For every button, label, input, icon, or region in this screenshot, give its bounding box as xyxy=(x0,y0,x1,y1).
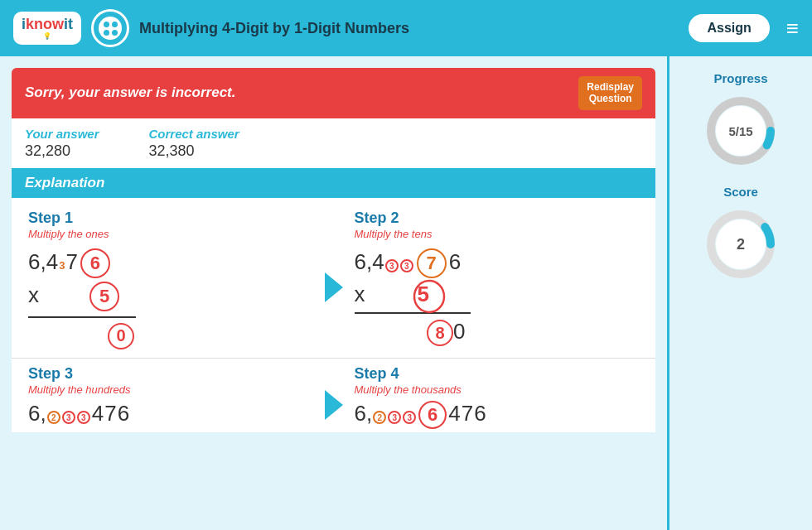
film-icon xyxy=(91,9,129,47)
your-answer-value: 32,280 xyxy=(25,142,99,160)
content-area: Sorry, your answer is incorrect. Redispl… xyxy=(0,56,667,530)
step-1-title: Step 1 xyxy=(28,210,313,227)
step1-circled-5: 5 xyxy=(89,282,119,311)
logo-text: iknowit xyxy=(22,16,73,32)
score-donut: 2 xyxy=(703,207,778,282)
step-4-block: Step 4 Multiply the thousands 6, 2 3 3 6… xyxy=(346,365,648,429)
step1-circled-0: 0 xyxy=(108,323,134,349)
arrow-1 xyxy=(321,210,346,349)
step-1-subtitle: Multiply the ones xyxy=(28,228,313,240)
correct-answer-label: Correct answer xyxy=(148,127,239,141)
step2-circled-8: 8 xyxy=(427,320,453,346)
step-3-subtitle: Multiply the hundreds xyxy=(28,383,313,396)
incorrect-banner: Sorry, your answer is incorrect. Redispl… xyxy=(12,68,655,118)
arrow-2 xyxy=(321,365,346,429)
header: iknowit 💡 Multiplying 4-Digit by 1-Digit… xyxy=(0,0,812,56)
assign-button[interactable]: Assign xyxy=(689,14,769,42)
main-layout: Sorry, your answer is incorrect. Redispl… xyxy=(0,56,812,530)
step-2-block: Step 2 Multiply the tens 6,4 3 3 7 6 x xyxy=(346,210,648,349)
progress-value: 5/15 xyxy=(728,124,752,138)
steps-grid: Step 1 Multiply the ones 6,4 3 7 6 x 5 xyxy=(12,198,655,358)
explanation-header: Explanation xyxy=(12,168,655,198)
step-2-title: Step 2 xyxy=(355,210,640,227)
lesson-title: Multiplying 4-Digit by 1-Digit Numbers xyxy=(139,20,679,37)
step2-circled-7: 7 xyxy=(417,248,447,278)
redisplay-button[interactable]: RedisplayQuestion xyxy=(578,76,642,110)
step-2-subtitle: Multiply the tens xyxy=(355,228,640,240)
progress-label: Progress xyxy=(713,71,767,85)
your-answer-label: Your answer xyxy=(25,127,99,141)
logo: iknowit 💡 xyxy=(13,12,81,45)
correct-answer-value: 32,380 xyxy=(148,142,239,160)
step-2-math: 6,4 3 3 7 6 x 5 xyxy=(355,248,640,347)
score-value: 2 xyxy=(737,236,745,253)
steps-lower: Step 3 Multiply the hundreds 6, 2 3 3 4 … xyxy=(12,358,655,432)
incorrect-text: Sorry, your answer is incorrect. xyxy=(25,84,235,101)
progress-section: Progress 5/15 xyxy=(703,71,778,168)
svg-point-0 xyxy=(414,281,444,312)
score-section: Score 2 xyxy=(703,185,778,282)
step-1-math: 6,4 3 7 6 x 5 0 xyxy=(28,248,313,349)
correct-answer-col: Correct answer 32,380 xyxy=(148,127,239,160)
menu-icon[interactable]: ≡ xyxy=(786,16,799,41)
curvy-circle-svg xyxy=(411,278,447,315)
answer-row: Your answer 32,280 Correct answer 32,380 xyxy=(12,118,655,168)
step-1-block: Step 1 Multiply the ones 6,4 3 7 6 x 5 xyxy=(20,210,321,349)
step1-circled-6: 6 xyxy=(80,248,110,278)
score-label: Score xyxy=(723,185,758,199)
step-3-title: Step 3 xyxy=(28,365,313,383)
step-4-subtitle: Multiply the thousands xyxy=(355,383,640,396)
step-4-title: Step 4 xyxy=(355,365,640,383)
progress-donut: 5/15 xyxy=(703,94,778,168)
sidebar: Progress 5/15 Score xyxy=(667,56,812,530)
step-3-block: Step 3 Multiply the hundreds 6, 2 3 3 4 … xyxy=(20,365,321,429)
your-answer-col: Your answer 32,280 xyxy=(25,127,99,160)
